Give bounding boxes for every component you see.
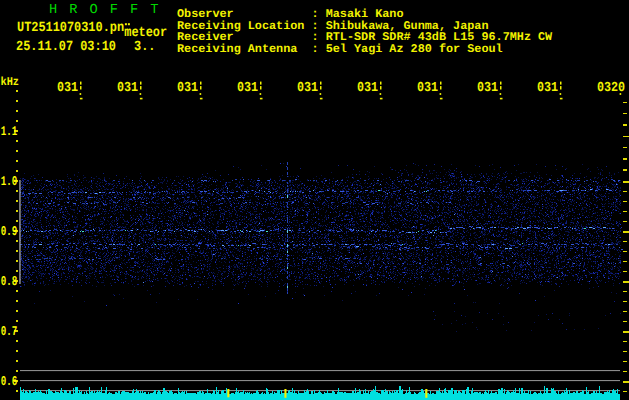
svg-text:UT2511070310.pn: UT2511070310.pn	[17, 19, 124, 35]
svg-text:031: 031	[537, 79, 558, 95]
svg-text:: 5el Yagi Az 280 for Seoul: : 5el Yagi Az 280 for Seoul	[312, 42, 503, 56]
svg-text:0.6: 0.6	[1, 374, 18, 390]
svg-text:1.0: 1.0	[1, 174, 18, 190]
svg-text:031: 031	[117, 79, 138, 95]
svg-text:1.1: 1.1	[1, 124, 18, 140]
svg-text:0.9: 0.9	[1, 224, 18, 240]
svg-text:031: 031	[477, 79, 498, 95]
svg-text:031: 031	[297, 79, 318, 95]
svg-text:25.11.07 03:10: 25.11.07 03:10	[16, 38, 116, 54]
svg-text:H R O F F T: H R O F F T	[49, 3, 160, 18]
svg-text:Receiving Antenna: Receiving Antenna	[177, 42, 297, 56]
svg-text:0.8: 0.8	[1, 274, 18, 290]
svg-text:0.7: 0.7	[1, 324, 18, 340]
svg-text:031: 031	[237, 79, 258, 95]
svg-text:031: 031	[177, 79, 198, 95]
svg-text:3..: 3..	[134, 38, 155, 54]
svg-text:031: 031	[417, 79, 438, 95]
svg-text:031: 031	[57, 79, 78, 95]
svg-text:031: 031	[357, 79, 378, 95]
svg-text:kHz: kHz	[1, 76, 20, 90]
